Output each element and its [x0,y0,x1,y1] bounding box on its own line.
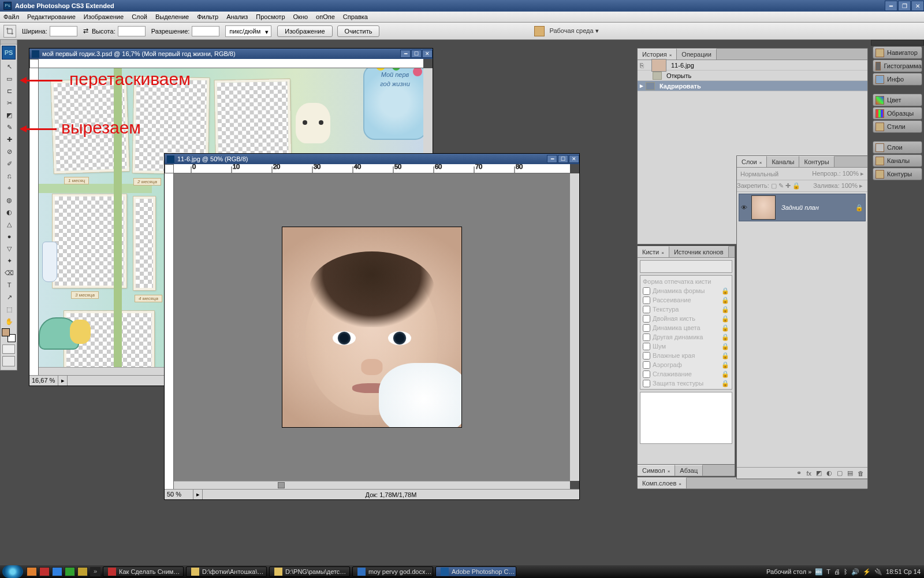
task-button[interactable]: Как Сделать Сним… [103,566,184,577]
doc2-canvas[interactable] [174,173,570,481]
pen-tool[interactable]: ● [2,231,17,242]
workspace-switcher[interactable]: Рабочая среда ▾ [534,26,598,36]
eraser-tool[interactable]: ⌖ [2,182,17,194]
lasso-tool[interactable]: ⊏ [2,85,17,97]
hand-tool[interactable]: ⬚ [2,303,17,315]
start-button[interactable] [2,565,23,578]
blend-mode-select[interactable]: Нормальный [740,171,778,177]
marquee-tool[interactable]: ▭ [2,73,17,84]
dock-color[interactable]: Цвет [873,94,922,106]
ql-icon[interactable] [52,567,62,576]
visibility-icon[interactable]: 👁 [741,204,749,211]
tray-icon[interactable]: ᛒ [844,568,848,575]
brush-opt[interactable]: Шум🔒 [640,342,732,351]
dock-layers[interactable]: Слои [873,141,922,154]
doc1-titlebar[interactable]: мой первый годик.3.psd @ 16,7% (Мой перв… [29,49,433,59]
tab-brushes[interactable]: Кисти× [638,246,669,257]
dock-navigator[interactable]: Навигатор [873,46,922,59]
dock-info[interactable]: Инфо [873,73,922,86]
adjust-icon[interactable]: ◐ [826,469,832,477]
doc2-titlebar[interactable]: 11-6.jpg @ 50% (RGB/8) ━ ☐ ✕ [165,154,579,164]
brush-opt[interactable]: Двойная кисть🔒 [640,314,732,323]
menu-view[interactable]: Просмотр [256,13,285,20]
ql-icon[interactable] [27,567,37,576]
tab-clone-source[interactable]: Источник клонов [669,246,729,257]
tray-icon[interactable]: 🖨 [834,568,840,575]
quick-select-tool[interactable]: ✂ [2,97,17,109]
brush-opt[interactable]: Влажные края🔒 [640,351,732,360]
dock-paths[interactable]: Контуры [873,168,922,180]
front-image-button[interactable]: Изображение [277,25,332,37]
height-input[interactable] [118,26,146,36]
doc1-zoom[interactable]: 16,67 % [29,376,58,386]
tab-paths[interactable]: Контуры [799,156,834,167]
scrollbar-v[interactable] [570,173,579,481]
shape-tool[interactable]: ⌫ [2,267,17,279]
history-step-crop[interactable]: ▸ Кадрировать [638,81,867,91]
tray-icon[interactable]: 🔊 [851,568,859,576]
menu-help[interactable]: Справка [343,13,368,20]
brush-opt[interactable]: Динамика цвета🔒 [640,323,732,332]
menu-select[interactable]: Выделение [155,13,189,20]
slice-tool[interactable]: ✎ [2,121,17,133]
screenmode-toggle[interactable] [2,356,15,366]
doc1-menu-icon[interactable]: ▸ [58,376,68,386]
doc2-zoom[interactable]: 50 % [165,490,193,499]
task-button[interactable]: D:\фотки\Антошка\… [186,566,267,577]
brush-opt[interactable]: Сглаживание🔒 [640,369,732,379]
stamp-tool[interactable]: ✐ [2,158,17,169]
history-snapshot[interactable]: ⎘ 11-6.jpg [638,60,867,71]
link-icon[interactable]: ⚭ [796,469,802,477]
toolbox-grip[interactable] [1,40,17,45]
menu-edit[interactable]: Редактирование [27,13,76,20]
brush-opt[interactable]: Аэрограф🔒 [640,360,732,369]
quickmask-toggle[interactable] [2,344,15,354]
fx-icon[interactable]: fx [806,470,811,477]
task-button[interactable]: D:\PNG\рамы\детс… [269,566,350,577]
brush-opt[interactable]: Защита текстуры🔒 [640,379,732,388]
resolution-input[interactable] [192,26,219,36]
tab-paragraph[interactable]: Абзац [675,465,703,476]
tab-history[interactable]: История× [638,49,677,60]
brush-tool[interactable]: ⊘ [2,146,17,157]
folder-icon[interactable]: ▢ [837,469,843,477]
ql-icon[interactable] [77,567,88,576]
heal-tool[interactable]: ✚ [2,134,17,145]
menu-file[interactable]: Файл [3,13,19,20]
tab-character[interactable]: Символ× [638,465,675,476]
blur-tool[interactable]: ◐ [2,206,17,218]
doc2-menu-icon[interactable]: ▸ [193,490,203,499]
dock-grip[interactable] [871,40,924,46]
tray-icon[interactable]: T [826,568,830,575]
crop-tool-icon[interactable] [3,25,16,38]
menu-window[interactable]: Окно [293,13,308,20]
history-brush-tool[interactable]: ⎌ [2,170,17,181]
trash-icon[interactable]: 🗑 [858,470,864,477]
brush-opt[interactable]: Форма отпечатка кисти [640,277,732,286]
close-button[interactable]: ✕ [911,1,924,11]
gradient-tool[interactable]: ◍ [2,194,17,206]
layer-row[interactable]: 👁 Задний план 🔒 [739,194,866,221]
scrollbar-h[interactable] [174,481,570,489]
tab-channels[interactable]: Каналы [767,156,799,167]
dodge-tool[interactable]: △ [2,218,17,230]
clock[interactable]: 18:51 Ср 14 [886,568,921,575]
menu-analysis[interactable]: Анализ [226,13,248,20]
doc1-minimize[interactable]: ━ [400,50,411,58]
type-tool[interactable]: ▽ [2,243,17,254]
clear-button[interactable]: Очистить [337,25,380,37]
menu-layer[interactable]: Слой [132,13,147,20]
brush-opt[interactable]: Динамика формы🔒 [640,286,732,295]
brush-opt[interactable]: Текстура🔒 [640,305,732,314]
doc1-close[interactable]: ✕ [422,50,433,58]
menu-filter[interactable]: Фильтр [197,13,218,20]
zoom-tool[interactable]: ✋ [2,316,17,327]
ql-icon[interactable] [65,567,75,576]
notes-tool[interactable]: T [2,279,17,291]
new-layer-icon[interactable]: ▤ [847,469,853,477]
tab-layercomps[interactable]: Комп.слоев× [638,477,687,488]
dock-channels[interactable]: Каналы [873,154,922,167]
color-swatches[interactable] [2,328,16,342]
minimize-button[interactable]: ━ [885,1,897,11]
layer-name[interactable]: Задний план [781,204,855,211]
